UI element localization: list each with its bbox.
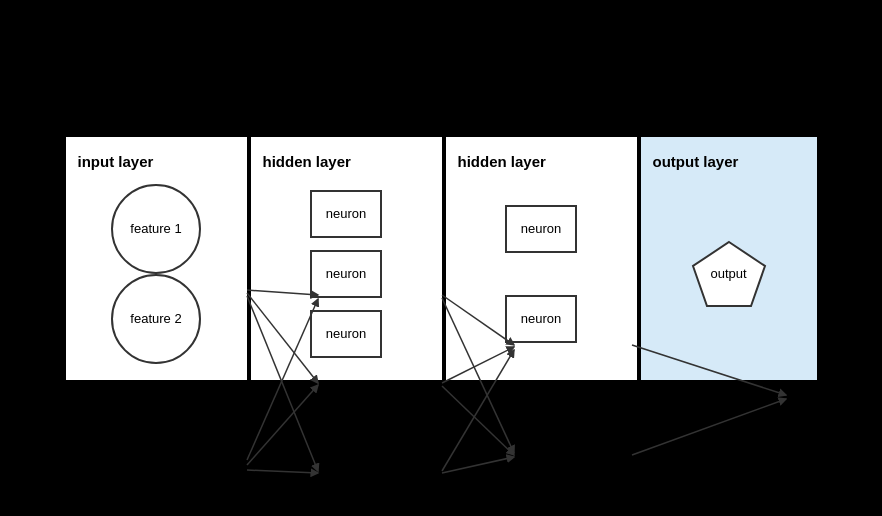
hidden1-nodes-container: neuron neuron neuron xyxy=(263,184,430,364)
hidden2-nodes-container: neuron neuron xyxy=(458,184,625,364)
svg-line-13 xyxy=(632,399,786,455)
output-layer: output layer output xyxy=(639,135,819,382)
input-layer-title: input layer xyxy=(78,153,154,170)
hidden-layer-1-title: hidden layer xyxy=(263,153,351,170)
hidden-layer-2-title: hidden layer xyxy=(458,153,546,170)
hidden1-node-0: neuron xyxy=(310,190,382,238)
input-nodes-container: feature 1 feature 2 xyxy=(78,184,235,364)
neural-network-diagram: input layer feature 1 feature 2 xyxy=(64,135,819,382)
output-layer-title: output layer xyxy=(653,153,739,170)
svg-line-9 xyxy=(442,386,514,455)
hidden2-node-1: neuron xyxy=(505,295,577,343)
hidden-layer-2: hidden layer neuron neuron xyxy=(444,135,639,382)
input-layer: input layer feature 1 feature 2 xyxy=(64,135,249,382)
hidden1-node-1: neuron xyxy=(310,250,382,298)
svg-line-4 xyxy=(247,385,318,465)
svg-line-11 xyxy=(442,457,514,473)
input-node-1: feature 2 xyxy=(111,274,201,364)
svg-line-5 xyxy=(247,470,318,473)
input-node-0: feature 1 xyxy=(111,184,201,274)
hidden-layer-1: hidden layer neuron neuron neuron xyxy=(249,135,444,382)
output-nodes-container: output xyxy=(653,184,805,364)
output-node-0: output xyxy=(689,238,769,310)
hidden2-node-0: neuron xyxy=(505,205,577,253)
hidden1-node-2: neuron xyxy=(310,310,382,358)
